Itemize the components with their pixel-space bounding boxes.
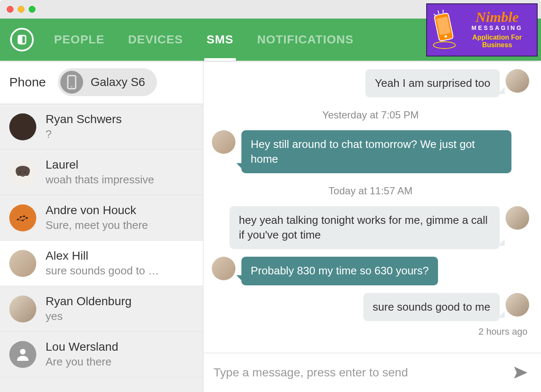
- avatar: [9, 295, 36, 322]
- close-window-button[interactable]: [7, 6, 14, 13]
- avatar: [9, 204, 36, 231]
- outgoing-message-row: Probably 830 my time so 630 yours?: [212, 257, 529, 285]
- thread-preview: Sure, meet you there: [46, 219, 194, 232]
- time-divider: Today at 11:57 AM: [212, 185, 529, 197]
- message-bubble: sure sounds good to me: [363, 293, 500, 321]
- thread-name: Andre von Houck: [46, 204, 194, 217]
- chat-pane: Yeah I am surprised tooYesterday at 7:05…: [203, 61, 541, 392]
- avatar: [506, 206, 529, 230]
- thread-preview: woah thats impressive: [46, 173, 194, 186]
- thread-preview: sure sounds good to …: [46, 264, 194, 277]
- avatar: [9, 250, 36, 277]
- thread-item[interactable]: Alex Hillsure sounds good to …: [0, 241, 203, 286]
- svg-line-19: [438, 11, 439, 14]
- thread-item[interactable]: Ryan Oldenburgyes: [0, 286, 203, 332]
- maximize-window-button[interactable]: [29, 6, 35, 13]
- minimize-window-button[interactable]: [18, 6, 24, 13]
- svg-rect-1: [18, 35, 22, 44]
- thread-item[interactable]: Ryan Schwers?: [0, 104, 203, 150]
- avatar: [212, 130, 235, 154]
- phone-selector-label: Phone: [9, 75, 46, 89]
- avatar: [9, 341, 36, 368]
- thread-name: Lou Wersland: [46, 340, 194, 354]
- outgoing-message-row: Hey still around to chat tomorrow? We ju…: [212, 130, 529, 173]
- svg-point-14: [433, 42, 455, 48]
- device-name: Galaxy S6: [91, 75, 145, 89]
- incoming-message-row: hey yeah talking tonight works for me, g…: [212, 206, 529, 249]
- svg-point-13: [20, 349, 25, 354]
- content: Phone Galaxy S6 Ryan Schwers?Laurelwoah …: [0, 61, 541, 392]
- app-window: PEOPLEDEVICESSMSNOTIFICATIONS Phone Gala…: [0, 0, 541, 392]
- message-bubble: Probably 830 my time so 630 yours?: [241, 257, 438, 285]
- promo-badge: Nimble MESSAGING Application For Busines…: [426, 3, 538, 56]
- nav-tab-devices[interactable]: DEVICES: [128, 19, 183, 61]
- send-button[interactable]: [511, 362, 531, 383]
- promo-sub1: MESSAGING: [471, 24, 523, 31]
- thread-name: Ryan Schwers: [46, 113, 194, 126]
- last-message-meta: 2 hours ago: [212, 326, 529, 337]
- sidebar: Phone Galaxy S6 Ryan Schwers?Laurelwoah …: [0, 61, 203, 392]
- phone-selector-row: Phone Galaxy S6: [0, 61, 203, 104]
- svg-point-3: [71, 86, 72, 87]
- thread-preview: Are you there: [46, 355, 194, 368]
- message-bubble: Yeah I am surprised too: [365, 69, 500, 97]
- app-logo: [10, 28, 34, 51]
- avatar: [9, 113, 36, 140]
- message-input[interactable]: [214, 366, 503, 379]
- avatar: [212, 257, 235, 280]
- promo-title: Nimble: [476, 11, 519, 24]
- thread-item[interactable]: Andre von HouckSure, meet you there: [0, 195, 203, 241]
- thread-preview: ?: [46, 128, 194, 141]
- thread-name: Ryan Oldenburg: [46, 295, 194, 308]
- svg-point-7: [10, 205, 35, 231]
- message-bubble: hey yeah talking tonight works for me, g…: [230, 206, 500, 249]
- message-bubble: Hey still around to chat tomorrow? We ju…: [241, 130, 511, 173]
- svg-point-5: [19, 172, 21, 173]
- nav-tab-notifications[interactable]: NOTIFICATIONS: [257, 19, 354, 61]
- nav-tab-people[interactable]: PEOPLE: [54, 19, 105, 61]
- window-controls: [7, 6, 35, 13]
- nav-tab-sms[interactable]: SMS: [207, 19, 234, 61]
- thread-name: Alex Hill: [46, 249, 194, 263]
- composer: [203, 353, 541, 392]
- promo-sub2: Application For Business: [461, 34, 533, 49]
- thread-item[interactable]: Lou WerslandAre you there: [0, 332, 203, 377]
- phone-icon: [60, 71, 83, 94]
- avatar: [506, 69, 529, 93]
- thread-name: Laurel: [46, 158, 194, 172]
- send-icon: [513, 365, 529, 381]
- incoming-message-row: sure sounds good to me: [212, 293, 529, 321]
- thread-item[interactable]: Laurelwoah thats impressive: [0, 150, 203, 195]
- thread-list: Ryan Schwers?Laurelwoah thats impressive…: [0, 104, 203, 392]
- svg-point-6: [24, 172, 26, 173]
- avatar: [9, 159, 36, 186]
- avatar: [506, 293, 529, 317]
- thread-preview: yes: [46, 310, 194, 323]
- incoming-message-row: Yeah I am surprised too: [212, 69, 529, 97]
- time-divider: Yesterday at 7:05 PM: [212, 109, 529, 121]
- promo-phone-icon: [430, 9, 458, 51]
- messages-scroll[interactable]: Yeah I am surprised tooYesterday at 7:05…: [203, 61, 541, 353]
- device-selector[interactable]: Galaxy S6: [58, 68, 157, 96]
